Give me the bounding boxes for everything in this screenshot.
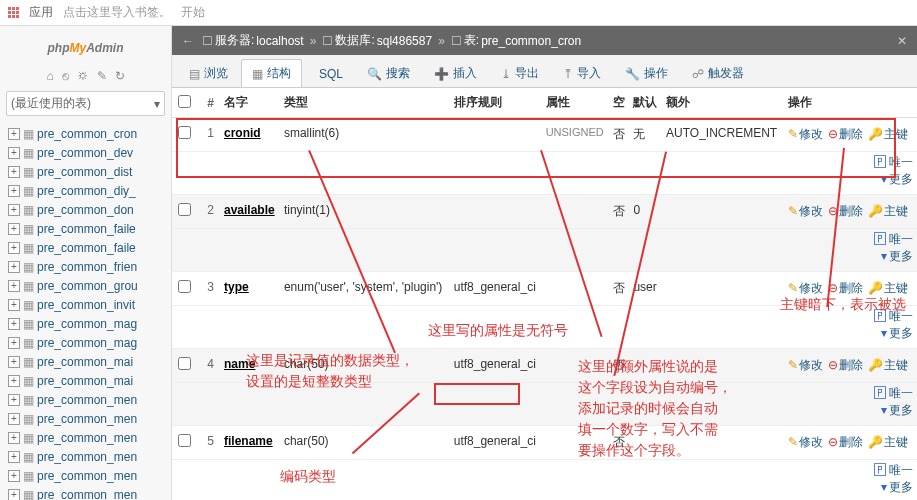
unique-link[interactable]: 🄿 唯一	[874, 309, 913, 323]
tree-item[interactable]: +▦pre_common_men	[2, 390, 169, 409]
expand-icon[interactable]: +	[8, 299, 20, 311]
tab-导出[interactable]: ⤓导出	[490, 59, 550, 87]
col-num[interactable]: #	[196, 88, 220, 118]
edit-link[interactable]: ✎修改	[788, 358, 823, 372]
expand-icon[interactable]: +	[8, 337, 20, 349]
reload-icon[interactable]: ↻	[115, 69, 125, 83]
delete-link[interactable]: ⊖删除	[828, 281, 863, 295]
check-all[interactable]	[178, 95, 191, 108]
col-null[interactable]: 空	[609, 88, 629, 118]
chevron-down-icon[interactable]: ▾	[881, 480, 887, 494]
expand-icon[interactable]: +	[8, 432, 20, 444]
col-extra[interactable]: 额外	[662, 88, 784, 118]
field-name[interactable]: cronid	[224, 126, 261, 140]
tree-item[interactable]: +▦pre_common_don	[2, 200, 169, 219]
tree-item[interactable]: +▦pre_common_faile	[2, 219, 169, 238]
row-checkbox[interactable]	[178, 203, 191, 216]
close-icon[interactable]: ✕	[897, 34, 907, 48]
expand-icon[interactable]: +	[8, 451, 20, 463]
field-name[interactable]: name	[224, 357, 255, 371]
unique-link[interactable]: 🄿 唯一	[874, 155, 913, 169]
tab-插入[interactable]: ➕插入	[423, 59, 488, 87]
col-attr[interactable]: 属性	[542, 88, 609, 118]
col-default[interactable]: 默认	[629, 88, 662, 118]
expand-icon[interactable]: +	[8, 242, 20, 254]
tree-item[interactable]: +▦pre_common_men	[2, 466, 169, 485]
tree-item[interactable]: +▦pre_common_grou	[2, 276, 169, 295]
primary-link[interactable]: 🔑主键	[868, 281, 908, 295]
expand-icon[interactable]: +	[8, 413, 20, 425]
expand-icon[interactable]: +	[8, 470, 20, 482]
tab-结构[interactable]: ▦结构	[241, 59, 302, 87]
chevron-down-icon[interactable]: ▾	[881, 172, 887, 186]
recent-tables-select[interactable]: (最近使用的表)▾	[6, 91, 165, 116]
home-icon[interactable]: ⌂	[46, 69, 53, 83]
more-link[interactable]: 更多	[889, 249, 913, 263]
edit-link[interactable]: ✎修改	[788, 281, 823, 295]
tree-item[interactable]: +▦pre_common_frien	[2, 257, 169, 276]
expand-icon[interactable]: +	[8, 489, 20, 501]
col-type[interactable]: 类型	[280, 88, 450, 118]
tree-item[interactable]: +▦pre_common_dev	[2, 143, 169, 162]
unique-link[interactable]: 🄿 唯一	[874, 463, 913, 477]
expand-icon[interactable]: +	[8, 356, 20, 368]
tree-item[interactable]: +▦pre_common_men	[2, 447, 169, 466]
unique-link[interactable]: 🄿 唯一	[874, 386, 913, 400]
edit-link[interactable]: ✎修改	[788, 204, 823, 218]
expand-icon[interactable]: +	[8, 261, 20, 273]
gear-icon[interactable]: ⛭	[77, 69, 89, 83]
expand-icon[interactable]: +	[8, 375, 20, 387]
tab-SQL[interactable]: SQL	[304, 59, 354, 87]
tree-item[interactable]: +▦pre_common_diy_	[2, 181, 169, 200]
tab-操作[interactable]: 🔧操作	[614, 59, 679, 87]
tree-item[interactable]: +▦pre_common_mai	[2, 371, 169, 390]
tree-item[interactable]: +▦pre_common_mag	[2, 333, 169, 352]
row-checkbox[interactable]	[178, 280, 191, 293]
primary-link[interactable]: 🔑主键	[868, 204, 908, 218]
delete-link[interactable]: ⊖删除	[828, 204, 863, 218]
expand-icon[interactable]: +	[8, 280, 20, 292]
unique-link[interactable]: 🄿 唯一	[874, 232, 913, 246]
tree-item[interactable]: +▦pre_common_men	[2, 485, 169, 500]
tab-浏览[interactable]: ▤浏览	[178, 59, 239, 87]
tree-item[interactable]: +▦pre_common_mag	[2, 314, 169, 333]
delete-link[interactable]: ⊖删除	[828, 435, 863, 449]
tab-导入[interactable]: ⤒导入	[552, 59, 612, 87]
tree-item[interactable]: +▦pre_common_mai	[2, 352, 169, 371]
more-link[interactable]: 更多	[889, 480, 913, 494]
col-collation[interactable]: 排序规则	[450, 88, 542, 118]
delete-link[interactable]: ⊖删除	[828, 127, 863, 141]
sql-icon[interactable]: ✎	[97, 69, 107, 83]
expand-icon[interactable]: +	[8, 166, 20, 178]
crumb-table[interactable]: pre_common_cron	[481, 34, 581, 48]
start-link[interactable]: 开始	[181, 4, 205, 21]
exit-icon[interactable]: ⎋	[62, 69, 69, 83]
chevron-down-icon[interactable]: ▾	[881, 403, 887, 417]
field-name[interactable]: available	[224, 203, 275, 217]
expand-icon[interactable]: +	[8, 185, 20, 197]
tree-item[interactable]: +▦pre_common_dist	[2, 162, 169, 181]
field-name[interactable]: filename	[224, 434, 273, 448]
tab-触发器[interactable]: ☍触发器	[681, 59, 755, 87]
expand-icon[interactable]: +	[8, 394, 20, 406]
expand-icon[interactable]: +	[8, 204, 20, 216]
tree-item[interactable]: +▦pre_common_invit	[2, 295, 169, 314]
more-link[interactable]: 更多	[889, 172, 913, 186]
expand-icon[interactable]: +	[8, 128, 20, 140]
tree-item[interactable]: +▦pre_common_faile	[2, 238, 169, 257]
expand-icon[interactable]: +	[8, 223, 20, 235]
row-checkbox[interactable]	[178, 126, 191, 139]
apps-icon[interactable]	[8, 7, 19, 18]
crumb-server[interactable]: localhost	[256, 34, 303, 48]
edit-link[interactable]: ✎修改	[788, 127, 823, 141]
apps-label[interactable]: 应用	[29, 4, 53, 21]
chevron-down-icon[interactable]: ▾	[881, 249, 887, 263]
edit-link[interactable]: ✎修改	[788, 435, 823, 449]
chevron-down-icon[interactable]: ▾	[881, 326, 887, 340]
collapse-sidebar-icon[interactable]: ←	[182, 34, 194, 48]
tree-item[interactable]: +▦pre_common_cron	[2, 124, 169, 143]
tree-item[interactable]: +▦pre_common_men	[2, 428, 169, 447]
col-name[interactable]: 名字	[220, 88, 280, 118]
row-checkbox[interactable]	[178, 357, 191, 370]
expand-icon[interactable]: +	[8, 147, 20, 159]
